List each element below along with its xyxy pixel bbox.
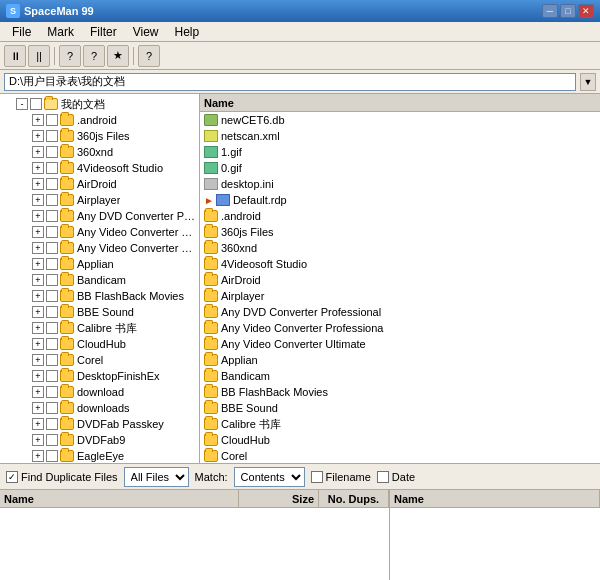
tree-item-anydvd[interactable]: + Any DVD Converter Professional [0, 208, 199, 224]
file-item-anydvd-r[interactable]: Any DVD Converter Professional [200, 304, 600, 320]
tree-check-13[interactable] [46, 322, 58, 334]
tree-check-10[interactable] [46, 274, 58, 286]
tree-item-anyvideou[interactable]: + Any Video Converter Ultimate [0, 240, 199, 256]
tree-item-cloudhub[interactable]: + CloudHub [0, 336, 199, 352]
tree-check-17[interactable] [46, 386, 58, 398]
tree-check-19[interactable] [46, 418, 58, 430]
toolbar-btn-2[interactable]: || [28, 45, 50, 67]
toolbar-btn-pause[interactable]: ⏸ [4, 45, 26, 67]
file-item-corel-r[interactable]: Corel [200, 448, 600, 463]
tree-expand-3[interactable]: + [32, 162, 44, 174]
tree-item-desktop[interactable]: + DesktopFinishEx [0, 368, 199, 384]
tree-expand-6[interactable]: + [32, 210, 44, 222]
address-input[interactable] [4, 73, 576, 91]
tree-check-16[interactable] [46, 370, 58, 382]
tree-item-dvdfab9[interactable]: + DVDFab9 [0, 432, 199, 448]
file-item-bandicam-r[interactable]: Bandicam [200, 368, 600, 384]
file-item-360xnd-r[interactable]: 360xnd [200, 240, 600, 256]
tree-expand-21[interactable]: + [32, 450, 44, 462]
menu-mark[interactable]: Mark [39, 23, 82, 41]
tree-check-12[interactable] [46, 306, 58, 318]
tree-check-8[interactable] [46, 242, 58, 254]
file-item-bbesound-r[interactable]: BBE Sound [200, 400, 600, 416]
bottom-right-pane[interactable]: Name [390, 490, 600, 580]
menu-file[interactable]: File [4, 23, 39, 41]
tree-check-7[interactable] [46, 226, 58, 238]
tree-expand-11[interactable]: + [32, 290, 44, 302]
tree-expand-10[interactable]: + [32, 274, 44, 286]
tree-item-4videosoft[interactable]: + 4Videosoft Studio [0, 160, 199, 176]
tree-check-4[interactable] [46, 178, 58, 190]
tree-check-20[interactable] [46, 434, 58, 446]
toolbar-btn-5[interactable]: ★ [107, 45, 129, 67]
file-item-newcet6[interactable]: newCET6.db [200, 112, 600, 128]
find-duplicate-check-label[interactable]: ✓ Find Duplicate Files [6, 471, 118, 483]
file-item-airplayer-r[interactable]: Airplayer [200, 288, 600, 304]
tree-expand-4[interactable]: + [32, 178, 44, 190]
file-item-applian-r[interactable]: Applian [200, 352, 600, 368]
file-item-desktopini[interactable]: desktop.ini [200, 176, 600, 192]
tree-expand-12[interactable]: + [32, 306, 44, 318]
minimize-button[interactable]: ─ [542, 4, 558, 18]
tree-item-anyvideo[interactable]: + Any Video Converter Professional [0, 224, 199, 240]
tree-check-5[interactable] [46, 194, 58, 206]
file-item-1gif[interactable]: 1.gif [200, 144, 600, 160]
find-duplicate-checkbox[interactable]: ✓ [6, 471, 18, 483]
file-item-android-r[interactable]: .android [200, 208, 600, 224]
tree-expand-1[interactable]: + [32, 130, 44, 142]
file-item-defaultrdp[interactable]: ► Default.rdp [200, 192, 600, 208]
menu-help[interactable]: Help [166, 23, 207, 41]
filename-check-label[interactable]: Filename [311, 471, 371, 483]
tree-expand-2[interactable]: + [32, 146, 44, 158]
tree-check-14[interactable] [46, 338, 58, 350]
tree-item-airdroid[interactable]: + AirDroid [0, 176, 199, 192]
file-item-calibre-r[interactable]: Calibre 书库 [200, 416, 600, 432]
file-item-airdroid-r[interactable]: AirDroid [200, 272, 600, 288]
menu-view[interactable]: View [125, 23, 167, 41]
tree-expand-19[interactable]: + [32, 418, 44, 430]
date-check-label[interactable]: Date [377, 471, 415, 483]
tree-expand-13[interactable]: + [32, 322, 44, 334]
tree-check-root[interactable] [30, 98, 42, 110]
tree-expand-8[interactable]: + [32, 242, 44, 254]
tree-item-corel[interactable]: + Corel [0, 352, 199, 368]
tree-check-0[interactable] [46, 114, 58, 126]
tree-check-11[interactable] [46, 290, 58, 302]
file-item-netscan[interactable]: netscan.xml [200, 128, 600, 144]
tree-item-applian[interactable]: + Applian [0, 256, 199, 272]
tree-item-calibre[interactable]: + Calibre 书库 [0, 320, 199, 336]
file-item-anyvideo-r[interactable]: Any Video Converter Professiona [200, 320, 600, 336]
tree-check-2[interactable] [46, 146, 58, 158]
toolbar-btn-3[interactable]: ? [59, 45, 81, 67]
date-checkbox[interactable] [377, 471, 389, 483]
tree-expand-14[interactable]: + [32, 338, 44, 350]
tree-item-eagleeye[interactable]: + EagleEye [0, 448, 199, 463]
tree-item-bbesound[interactable]: + BBE Sound [0, 304, 199, 320]
tree-item-android[interactable]: + .android [0, 112, 199, 128]
file-item-bbflashback-r[interactable]: BB FlashBack Movies [200, 384, 600, 400]
file-item-4videosoft-r[interactable]: 4Videosoft Studio [200, 256, 600, 272]
tree-item-bandicam[interactable]: + Bandicam [0, 272, 199, 288]
tree-check-3[interactable] [46, 162, 58, 174]
bottom-left-pane[interactable]: Name Size No. Dups. [0, 490, 390, 580]
tree-expand-16[interactable]: + [32, 370, 44, 382]
filename-checkbox[interactable] [311, 471, 323, 483]
file-item-360js-r[interactable]: 360js Files [200, 224, 600, 240]
tree-check-15[interactable] [46, 354, 58, 366]
menu-filter[interactable]: Filter [82, 23, 125, 41]
tree-expand-5[interactable]: + [32, 194, 44, 206]
tree-expand-root[interactable]: - [16, 98, 28, 110]
tree-expand-7[interactable]: + [32, 226, 44, 238]
tree-expand-20[interactable]: + [32, 434, 44, 446]
tree-item-downloads[interactable]: + downloads [0, 400, 199, 416]
toolbar-btn-6[interactable]: ? [138, 45, 160, 67]
tree-item-airplayer[interactable]: + Airplayer [0, 192, 199, 208]
all-files-dropdown[interactable]: All Files [124, 467, 189, 487]
tree-expand-17[interactable]: + [32, 386, 44, 398]
tree-pane[interactable]: - 我的文档 + .android + 360js Files [0, 94, 200, 463]
close-button[interactable]: ✕ [578, 4, 594, 18]
tree-check-21[interactable] [46, 450, 58, 462]
contents-dropdown[interactable]: Contents [234, 467, 305, 487]
tree-expand-9[interactable]: + [32, 258, 44, 270]
file-item-cloudhub-r[interactable]: CloudHub [200, 432, 600, 448]
